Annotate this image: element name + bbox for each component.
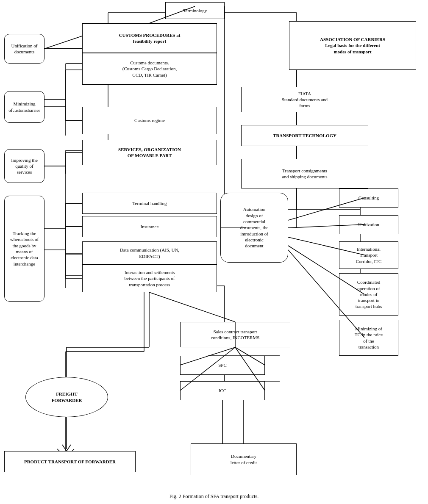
customs-procedures-box: CUSTOMS PROCEDURES at feasibility report [82, 23, 217, 53]
documentary-box: Documentary letter of credit [191, 443, 297, 475]
data-communication-box: Data communication (AIS, UN, EDIFACT) [82, 241, 217, 265]
spc-box: SPC [180, 356, 265, 375]
terminology-box: Terminology [165, 2, 225, 19]
figure-caption: Fig. 2 Formation of SFA transport produc… [0, 493, 428, 500]
unitization-box: Unitization [339, 215, 398, 234]
product-transport-box: PRODUCT TRANSPORT OF FORWARDER [4, 451, 136, 472]
consulting-box: Consulting [339, 188, 398, 208]
diagram: Terminology CUSTOMS PROCEDURES at feasib… [0, 0, 428, 487]
customs-regime-box: Customs regime [82, 107, 217, 134]
customs-documents-box: Customs documents. (Customs Cargo Declar… [82, 53, 217, 85]
svg-line-88 [62, 445, 67, 451]
insurance-box: Insurance [82, 216, 217, 237]
svg-line-49 [44, 36, 82, 49]
terminal-handling-box: Terminal handling [82, 193, 217, 214]
freight-forwarder-box: FREIGHT FORWARDER [25, 377, 108, 417]
svg-line-89 [67, 445, 71, 451]
coordinated-box: Coordinated operation of modes of transp… [339, 273, 398, 316]
minimizing-tc-box: Minimizing of TC in the price of the tra… [339, 320, 398, 356]
sales-contract-box: Sales contract transport conditions, INC… [180, 322, 290, 347]
association-carriers-box: ASSOCIATION OF CARRIERS Legal basis for … [289, 21, 416, 70]
fiata-box: FIATA Standard documents and forms [241, 87, 368, 112]
transport-technology-box: TRANSPORT TECHNOLOGY [241, 125, 368, 146]
unification-box: Unification of documents [4, 34, 44, 64]
improving-quality-box: Improving the quality of services [4, 149, 44, 183]
transport-consignments-box: Transport consignments and shipping docu… [241, 159, 368, 188]
icc-box: ICC [180, 381, 265, 400]
automation-box: Automation design of commercial document… [220, 193, 288, 263]
svg-line-80 [149, 292, 235, 322]
services-org-box: SERVICES, ORGANIZATION OF MOVABLE PART [82, 140, 217, 165]
interaction-settlements-box: Interaction and settlements between the … [82, 265, 217, 292]
intl-transport-box: International Transport Corridor, ITC [339, 241, 398, 269]
minimizing-customs-box: Minimizing ofcustomsbarrier [4, 91, 44, 123]
tracking-box: Tracking the whereabouts of the goods by… [4, 196, 44, 302]
